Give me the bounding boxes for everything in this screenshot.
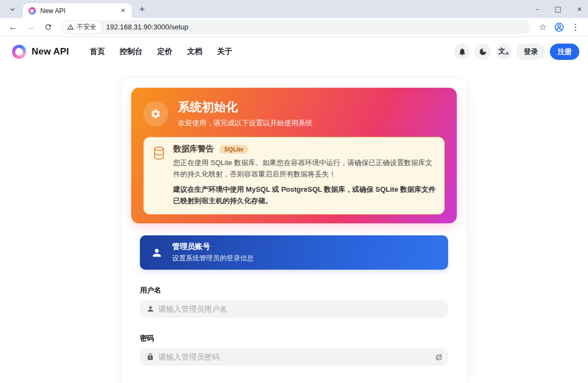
- setup-hero: 系统初始化 欢迎使用，请完成以下设置以开始使用系统 数据库警告 SQLite 您…: [131, 88, 457, 223]
- theme-toggle-button[interactable]: [475, 44, 491, 60]
- nav-item-pricing[interactable]: 定价: [157, 47, 173, 57]
- browser-toolbar: ← → 不安全 192.168.31.90:3000/setup ☆ ⋮: [0, 18, 588, 37]
- language-button[interactable]: 文A: [495, 44, 512, 60]
- profile-avatar-icon[interactable]: [552, 20, 566, 34]
- nav-item-home[interactable]: 首页: [90, 47, 105, 57]
- reload-icon: [44, 23, 52, 31]
- header-actions: 文A 登录 注册: [454, 44, 579, 60]
- setup-card: 系统初始化 欢迎使用，请完成以下设置以开始使用系统 数据库警告 SQLite 您…: [121, 77, 467, 382]
- page-content: 系统初始化 欢迎使用，请完成以下设置以开始使用系统 数据库警告 SQLite 您…: [0, 67, 588, 382]
- tab-title: New API: [40, 7, 114, 15]
- warning-content: 数据库警告 SQLite 您正在使用 SQLite 数据库。如果您在容器环境中运…: [173, 144, 436, 206]
- gear-icon: [150, 108, 161, 119]
- password-input-wrap: Ø: [140, 348, 448, 366]
- address-bar[interactable]: 不安全 192.168.31.90:3000/setup: [61, 20, 530, 34]
- eye-off-icon[interactable]: Ø: [436, 353, 442, 361]
- warning-title-row: 数据库警告 SQLite: [173, 144, 436, 154]
- page-title: 系统初始化: [178, 99, 313, 115]
- warning-text-2: 建议在生产环境中使用 MySQL 或 PostgreSQL 数据库，或确保 SQ…: [173, 184, 436, 206]
- page-subtitle: 欢迎使用，请完成以下设置以开始使用系统: [178, 118, 313, 128]
- confirm-password-label: 确认密码: [140, 381, 448, 382]
- password-input[interactable]: [140, 348, 448, 366]
- confirm-password-field-group: 确认密码 Ø: [140, 381, 448, 382]
- site-header: New API 首页 控制台 定价 文档 关于 文A 登录 注册: [0, 37, 588, 67]
- admin-form-section: 管理员账号 设置系统管理员的登录信息 用户名 密码: [131, 235, 457, 382]
- hero-text: 系统初始化 欢迎使用，请完成以下设置以开始使用系统: [178, 99, 313, 128]
- hero-header: 系统初始化 欢迎使用，请完成以下设置以开始使用系统: [143, 99, 445, 128]
- moon-icon: [479, 47, 487, 56]
- admin-card-text: 管理员账号 设置系统管理员的登录信息: [172, 242, 254, 263]
- admin-card-title: 管理员账号: [172, 242, 254, 252]
- brand[interactable]: New API: [12, 45, 69, 59]
- notifications-button[interactable]: [454, 44, 470, 60]
- reload-button[interactable]: [40, 20, 56, 35]
- warning-text-1: 您正在使用 SQLite 数据库。如果您在容器环境中运行，请确保已正确设置数据库…: [173, 157, 436, 180]
- login-button[interactable]: 登录: [516, 44, 546, 60]
- person-icon: [151, 247, 163, 259]
- admin-account-card: 管理员账号 设置系统管理员的登录信息: [140, 235, 448, 270]
- new-tab-button[interactable]: +: [135, 2, 149, 16]
- maximize-button[interactable]: □: [555, 5, 561, 13]
- window-close-button[interactable]: ×: [577, 5, 583, 13]
- brand-name: New API: [32, 46, 69, 57]
- browser-tab[interactable]: New API ×: [23, 3, 132, 18]
- sqlite-badge: SQLite: [219, 145, 248, 154]
- minimize-button[interactable]: –: [536, 5, 540, 13]
- gear-icon-wrap: [143, 101, 168, 126]
- database-warning-box: 数据库警告 SQLite 您正在使用 SQLite 数据库。如果您在容器环境中运…: [143, 137, 445, 215]
- username-input-wrap: [140, 300, 448, 318]
- bell-icon: [458, 47, 467, 56]
- tab-close-icon[interactable]: ×: [119, 7, 127, 15]
- new-api-logo-icon: [12, 45, 26, 59]
- nav-item-about[interactable]: 关于: [217, 47, 232, 57]
- nav-item-docs[interactable]: 文档: [187, 47, 203, 57]
- username-label: 用户名: [140, 285, 448, 295]
- back-button[interactable]: ←: [5, 20, 21, 35]
- url-text: 192.168.31.90:3000/setup: [106, 23, 188, 31]
- password-field-group: 密码 Ø: [140, 333, 448, 366]
- username-input[interactable]: [140, 300, 448, 318]
- new-api-favicon-icon: [28, 7, 36, 15]
- username-field-group: 用户名: [140, 285, 448, 318]
- database-icon-wrap: [152, 146, 166, 206]
- browser-tab-strip: New API × + – □ ×: [0, 0, 588, 18]
- password-label: 密码: [140, 333, 448, 343]
- tab-search-button[interactable]: [4, 3, 21, 16]
- forward-button: →: [23, 20, 38, 35]
- window-controls: – □ ×: [536, 0, 583, 18]
- security-chip[interactable]: 不安全: [63, 21, 102, 33]
- chevron-down-icon: [9, 6, 16, 13]
- translate-icon: 文A: [498, 47, 509, 56]
- register-button[interactable]: 注册: [550, 44, 579, 60]
- avatar-icon: [554, 22, 565, 33]
- warning-triangle-icon: [67, 23, 74, 31]
- admin-card-subtitle: 设置系统管理员的登录信息: [172, 254, 254, 263]
- bookmark-star-icon[interactable]: ☆: [536, 20, 550, 34]
- browser-menu-icon[interactable]: ⋮: [568, 20, 583, 34]
- lock-icon: [146, 353, 154, 361]
- user-icon: [146, 305, 155, 313]
- nav-item-console[interactable]: 控制台: [120, 47, 143, 57]
- security-label: 不安全: [77, 22, 96, 32]
- main-nav: 首页 控制台 定价 文档 关于: [90, 47, 232, 57]
- database-icon: [152, 146, 166, 160]
- warning-title: 数据库警告: [173, 144, 214, 154]
